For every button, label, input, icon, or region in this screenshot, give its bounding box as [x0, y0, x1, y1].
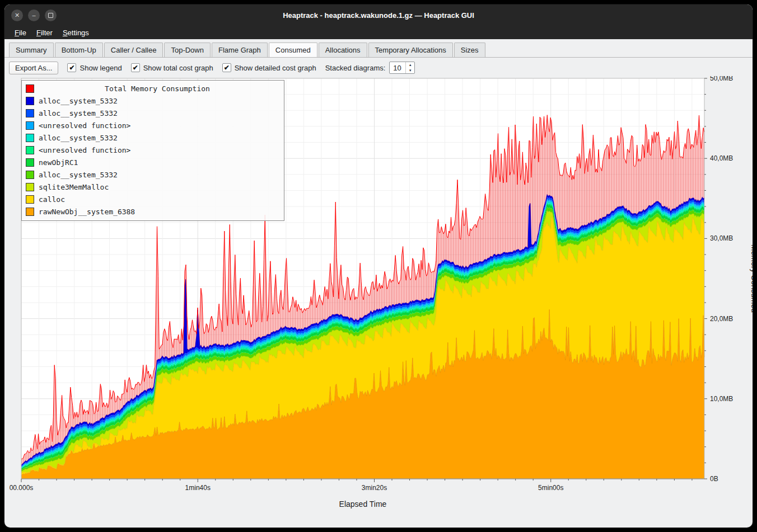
show-total-cost-graph-checkbox[interactable]: ✔ Show total cost graph	[131, 63, 213, 72]
legend-swatch	[26, 97, 34, 105]
legend-swatch	[26, 134, 34, 142]
tab-allocations[interactable]: Allocations	[319, 43, 367, 57]
window-title: Heaptrack - heaptrack.wakunode.1.gz — He…	[4, 11, 753, 20]
check-icon: ✔	[224, 64, 230, 72]
maximize-icon	[48, 13, 53, 18]
show-legend-checkbox[interactable]: ✔ Show legend	[67, 63, 122, 72]
legend-item-label: newObjRC1	[39, 158, 78, 167]
stacked-diagrams-control: Stacked diagrams: 10 ▲ ▼	[325, 62, 415, 74]
menubar: File Filter Settings	[4, 26, 753, 39]
legend-item: alloc__system_5332	[24, 131, 281, 144]
close-button[interactable]: ✕	[11, 10, 23, 21]
x-tick-label: 00.000s	[10, 484, 34, 492]
tab-bottom-up[interactable]: Bottom-Up	[55, 43, 103, 57]
chart-legend: Total Memory Consumptionalloc__system_53…	[21, 80, 284, 221]
maximize-button[interactable]	[45, 10, 57, 21]
menu-filter[interactable]: Filter	[32, 27, 57, 38]
y-tick-label: 10,0MB	[710, 395, 733, 403]
tab-top-down[interactable]: Top-Down	[164, 43, 211, 57]
checkbox-label: Show total cost graph	[143, 64, 213, 72]
legend-item: alloc__system_5332	[24, 168, 281, 181]
tab-caller-callee[interactable]: Caller / Callee	[104, 43, 163, 57]
checkbox-label: Show detailed cost graph	[235, 64, 316, 72]
tab-bar: Summary Bottom-Up Caller / Callee Top-Do…	[4, 39, 753, 58]
checkbox-label: Show legend	[80, 64, 122, 72]
legend-title-row: Total Memory Consumption	[24, 82, 281, 95]
x-tick-label: 5min00s	[538, 484, 563, 492]
export-as-button[interactable]: Export As...	[9, 62, 58, 74]
stacked-diagrams-label: Stacked diagrams:	[325, 64, 386, 72]
legend-item: newObjRC1	[24, 156, 281, 168]
legend-swatch	[26, 195, 34, 204]
legend-item-label: alloc__system_5332	[39, 134, 118, 142]
toolbar: Export As... ✔ Show legend ✔ Show total …	[4, 58, 753, 78]
checkbox-box: ✔	[131, 63, 140, 72]
tab-temporary-allocations[interactable]: Temporary Allocations	[368, 43, 453, 57]
legend-swatch	[26, 171, 34, 179]
spin-down-icon[interactable]: ▼	[406, 68, 414, 73]
tab-flame-graph[interactable]: Flame Graph	[212, 43, 268, 57]
tab-sizes[interactable]: Sizes	[454, 43, 485, 57]
checkbox-box: ✔	[67, 63, 76, 72]
spinbox-buttons: ▲ ▼	[405, 62, 414, 73]
stacked-diagrams-spinbox[interactable]: 10 ▲ ▼	[389, 62, 415, 74]
legend-item-label: <unresolved function>	[39, 121, 130, 130]
check-icon: ✔	[133, 64, 138, 72]
y-tick-label: 20,0MB	[710, 315, 733, 323]
legend-item: calloc	[24, 193, 281, 205]
y-tick-label: 30,0MB	[710, 234, 733, 242]
legend-swatch	[26, 109, 34, 117]
menu-settings[interactable]: Settings	[58, 27, 94, 38]
legend-item-label: calloc	[39, 195, 65, 204]
menu-file[interactable]: File	[10, 27, 31, 38]
legend-item-label: sqlite3MemMalloc	[39, 183, 109, 191]
spin-up-icon[interactable]: ▲	[406, 62, 414, 68]
legend-swatch	[26, 146, 34, 154]
legend-swatch	[26, 121, 34, 130]
x-tick-label: 3min20s	[362, 484, 387, 492]
app-window: ✕ – Heaptrack - heaptrack.wakunode.1.gz …	[4, 4, 753, 528]
check-icon: ✔	[69, 64, 74, 72]
legend-item-label: alloc__system_5332	[39, 97, 118, 105]
tab-consumed[interactable]: Consumed	[269, 43, 317, 57]
checkbox-box: ✔	[222, 63, 231, 72]
spinbox-value: 10	[390, 62, 405, 73]
legend-item: <unresolved function>	[24, 119, 281, 131]
window-controls: ✕ –	[11, 4, 57, 26]
legend-item: sqlite3MemMalloc	[24, 181, 281, 193]
x-tick-label: 1min40s	[185, 484, 211, 492]
y-axis-title: Memory Consumed	[750, 244, 753, 313]
legend-item: alloc__system_5332	[24, 95, 281, 107]
legend-item-label: alloc__system_5332	[39, 171, 118, 179]
y-tick-label: 50,0MB	[710, 76, 733, 82]
legend-item-label: <unresolved function>	[39, 146, 130, 154]
legend-item: alloc__system_5332	[24, 107, 281, 119]
minimize-button[interactable]: –	[28, 10, 40, 21]
legend-swatch	[26, 158, 34, 167]
legend-title: Total Memory Consumption	[34, 84, 281, 93]
legend-item: rawNewObj__system_6388	[24, 205, 281, 218]
legend-swatch	[26, 208, 34, 216]
legend-swatch	[26, 183, 34, 191]
x-axis-title: Elapsed Time	[339, 500, 387, 509]
legend-swatch	[26, 84, 34, 93]
y-tick-label: 0B	[710, 475, 718, 483]
show-detailed-cost-graph-checkbox[interactable]: ✔ Show detailed cost graph	[222, 63, 316, 72]
legend-item: <unresolved function>	[24, 144, 281, 156]
y-tick-label: 40,0MB	[710, 154, 733, 162]
legend-item-label: rawNewObj__system_6388	[39, 208, 135, 216]
legend-item-label: alloc__system_5332	[39, 109, 118, 117]
titlebar: ✕ – Heaptrack - heaptrack.wakunode.1.gz …	[4, 4, 753, 26]
tab-summary[interactable]: Summary	[9, 43, 54, 57]
